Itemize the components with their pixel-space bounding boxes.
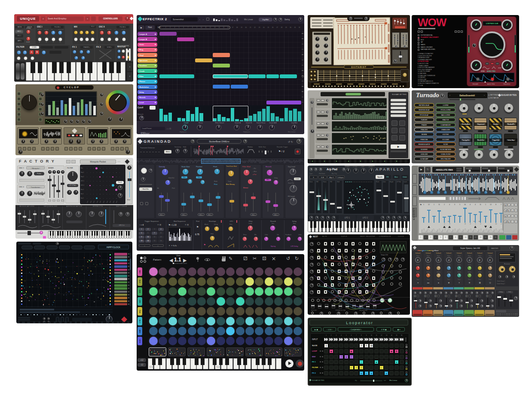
note-dot[interactable] xyxy=(107,277,107,278)
solo-button[interactable] xyxy=(489,295,491,297)
pattern-cell[interactable] xyxy=(159,307,167,316)
matrix-grid-dot[interactable] xyxy=(97,172,97,173)
delay-rate-knob[interactable] xyxy=(291,225,297,231)
pattern-cell[interactable] xyxy=(149,297,158,306)
step-dot[interactable] xyxy=(353,86,355,87)
knob[interactable] xyxy=(512,275,515,278)
pan-knob[interactable] xyxy=(445,292,447,294)
rail-slider[interactable] xyxy=(312,107,312,125)
solo-button[interactable] xyxy=(448,295,450,297)
step-dot[interactable] xyxy=(344,86,345,87)
env-shape[interactable] xyxy=(478,229,483,233)
pattern-cell[interactable] xyxy=(159,277,167,286)
play-button[interactable]: ▶ xyxy=(419,167,424,172)
matrix-grid-dot[interactable] xyxy=(87,168,87,169)
pitch-grid[interactable] xyxy=(20,252,113,307)
trig-step[interactable]: 9 xyxy=(139,236,144,239)
switch-button[interactable] xyxy=(69,147,73,150)
step-dot[interactable] xyxy=(47,314,48,315)
pattern-cell[interactable] xyxy=(149,267,158,276)
note-dot[interactable] xyxy=(88,270,88,270)
knob[interactable] xyxy=(114,139,118,144)
knob[interactable] xyxy=(19,191,24,196)
matrix-grid-dot[interactable] xyxy=(87,177,87,177)
factory-preset-display[interactable]: Mosquito Pocket xyxy=(80,160,116,164)
mod-assign-dot[interactable] xyxy=(95,167,98,169)
note-dot[interactable] xyxy=(40,284,40,285)
kb-cell[interactable] xyxy=(321,160,324,163)
matrix-grid-dot[interactable] xyxy=(110,185,110,186)
util-pill[interactable]: ↺ ⊞ ◼ xyxy=(376,327,391,331)
side-tab[interactable] xyxy=(413,174,417,184)
mute-button[interactable]: M xyxy=(455,295,457,297)
grainpan-knob[interactable] xyxy=(290,185,297,192)
filter-knob-5[interactable] xyxy=(257,125,263,130)
mini-fader-cap[interactable] xyxy=(397,21,399,22)
knob[interactable] xyxy=(310,101,314,104)
right-effect-button[interactable]: STUTTER xyxy=(436,132,456,136)
mod-fader-cap[interactable] xyxy=(159,195,164,198)
category-item[interactable]: IAT xyxy=(421,41,423,43)
solo-button[interactable] xyxy=(437,295,440,297)
slice-number[interactable]: 5 xyxy=(451,191,454,194)
constellation-dot[interactable] xyxy=(359,199,360,200)
knob[interactable] xyxy=(118,185,122,190)
pitch-value[interactable]: 4 xyxy=(468,204,472,206)
knob[interactable] xyxy=(85,37,89,41)
note-dot[interactable] xyxy=(91,261,92,262)
mixer-bar[interactable] xyxy=(52,101,55,115)
settings-gear-icon[interactable] xyxy=(298,17,303,21)
step-dot[interactable] xyxy=(372,86,373,87)
env-shape[interactable] xyxy=(453,229,457,233)
kb-cell[interactable] xyxy=(407,160,410,163)
solo-button[interactable] xyxy=(479,295,481,297)
kb-strip-cell[interactable] xyxy=(127,322,129,323)
knob[interactable] xyxy=(48,170,52,174)
mini-grid-cell[interactable] xyxy=(450,197,451,200)
track-label-delay[interactable]: Delay xyxy=(138,90,157,94)
score-paper[interactable] xyxy=(333,18,391,65)
factory-piano-black-key[interactable] xyxy=(111,231,113,236)
knob[interactable] xyxy=(91,37,95,41)
channel-color-bar[interactable] xyxy=(474,287,484,289)
left-effect-button[interactable]: FINALIZER xyxy=(414,128,434,132)
mini-grid-cell[interactable] xyxy=(456,197,457,200)
density-knob[interactable] xyxy=(162,169,168,175)
switch-button[interactable] xyxy=(92,147,96,150)
next-preset-button[interactable]: › xyxy=(85,16,90,21)
param-row[interactable] xyxy=(114,272,127,274)
note-dot[interactable] xyxy=(31,273,31,274)
matrix-dot[interactable] xyxy=(513,315,514,316)
note-dot[interactable] xyxy=(68,271,69,272)
env-shape[interactable] xyxy=(422,229,426,233)
octave-up-button[interactable]: › xyxy=(127,63,132,71)
matrix-dot[interactable] xyxy=(504,313,505,314)
guitarist-knob[interactable] xyxy=(315,50,320,55)
seq-cell[interactable] xyxy=(329,360,333,364)
step-button[interactable]: 14 xyxy=(483,235,488,239)
reso-knob[interactable] xyxy=(470,299,473,302)
pitch-value[interactable]: 16 xyxy=(463,204,467,206)
seq-block[interactable] xyxy=(266,101,302,104)
seq-cell[interactable] xyxy=(379,355,384,359)
knob[interactable] xyxy=(119,212,123,216)
small-knob[interactable] xyxy=(82,120,86,123)
seq-block[interactable] xyxy=(213,85,230,89)
knob[interactable] xyxy=(51,31,55,35)
constellation-dot[interactable] xyxy=(361,192,362,193)
rnd-flag-icon[interactable]: ⚑ xyxy=(196,225,199,228)
seq-cell[interactable] xyxy=(400,371,404,375)
small-knob[interactable] xyxy=(70,120,73,123)
mini-grid-cell[interactable] xyxy=(455,197,456,200)
reso-knob[interactable] xyxy=(449,299,453,302)
top-macro-knob[interactable] xyxy=(459,103,468,113)
note-dot[interactable] xyxy=(79,283,80,284)
matrix-dot[interactable] xyxy=(498,315,499,316)
lfo-small-knob[interactable] xyxy=(472,43,476,47)
drum-pad[interactable] xyxy=(433,310,443,316)
mod-fader-cap[interactable] xyxy=(229,200,234,203)
kb-cell[interactable] xyxy=(352,160,354,163)
mod-slider-track[interactable] xyxy=(129,172,130,197)
constellation-dot[interactable] xyxy=(354,209,355,210)
matrix-grid-dot[interactable] xyxy=(103,198,104,199)
